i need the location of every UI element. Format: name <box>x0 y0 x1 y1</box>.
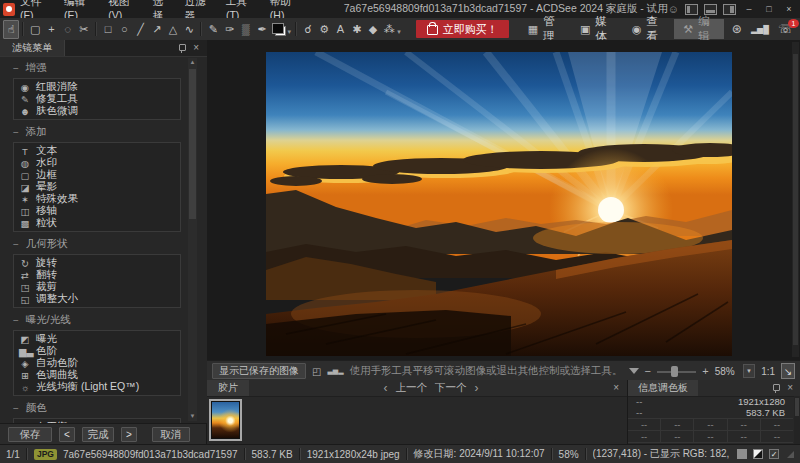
zoom-preset-dropdown[interactable]: ▼ <box>743 364 755 378</box>
scrollbar-thumb[interactable] <box>189 69 196 219</box>
zoom-out-icon[interactable]: − <box>645 365 651 377</box>
save-button[interactable]: 保存 <box>8 427 52 442</box>
dashboard-chart-icon[interactable]: ▂▅█ <box>751 25 769 34</box>
section-add[interactable]: − 添加 <box>13 125 207 139</box>
buy-now-button[interactable]: 立即购买！ <box>416 20 509 38</box>
checkmark-icon[interactable]: ✓ <box>769 449 779 459</box>
info-palette-tab[interactable]: 信息调色板 <box>628 380 698 396</box>
scroll-up-icon[interactable]: ▲ <box>188 58 197 67</box>
user-account-icon[interactable]: ☺ <box>668 4 679 15</box>
section-color[interactable]: − 颜色 <box>13 401 207 415</box>
ellipse-tool[interactable]: ○ <box>116 20 132 39</box>
section-enhance[interactable]: − 增强 <box>13 61 207 75</box>
filter-panel-scrollbar[interactable]: ▲ ▼ <box>188 58 197 421</box>
pen-tool[interactable]: ✑ <box>221 20 237 39</box>
close-filmstrip-icon[interactable]: × <box>613 383 627 393</box>
polygon-tool[interactable]: △ <box>165 20 181 39</box>
swatch-caret-icon[interactable]: ▾ <box>288 28 292 36</box>
filter-light-eq[interactable]: ☼光线均衡 (Light EQ™) <box>14 381 180 393</box>
maximize-button[interactable]: □ <box>762 2 776 16</box>
collapse-icon[interactable]: − <box>13 127 19 138</box>
canvas-scrollbar-thumb[interactable] <box>793 54 798 345</box>
notifications-icon[interactable]: ☏ 1 <box>778 23 793 35</box>
collapse-icon[interactable]: − <box>13 403 19 414</box>
contrast-swatch-icon[interactable] <box>753 449 763 459</box>
zoom-fit-caret-icon[interactable] <box>629 368 639 374</box>
close-button[interactable]: × <box>782 2 796 16</box>
tools-caret-icon[interactable]: ▾ <box>397 28 401 36</box>
filter-grain[interactable]: ▩粒状 <box>14 217 180 229</box>
cancel-button[interactable]: 取消 <box>152 427 190 442</box>
fill-tool[interactable]: ◆ <box>365 20 381 39</box>
filter-menu-tab[interactable]: 滤镜菜单 <box>0 40 65 56</box>
show-saved-image-button[interactable]: 显示已保存的图像 <box>212 363 306 379</box>
solid-swatch-icon[interactable] <box>737 449 747 459</box>
collapse-icon[interactable]: − <box>13 239 19 250</box>
text-tool[interactable]: A <box>332 20 348 39</box>
levels-icon: ▆▃ <box>19 346 31 357</box>
effects-icon: ✶ <box>19 194 31 205</box>
collapse-icon[interactable]: − <box>13 63 19 74</box>
zoom-slider[interactable] <box>657 366 696 377</box>
zoom-in-icon[interactable]: + <box>702 365 708 377</box>
rectangle-tool[interactable]: □ <box>100 20 116 39</box>
info-scrollbar-thumb[interactable] <box>795 398 799 416</box>
layout-split-right-icon[interactable] <box>723 4 736 15</box>
chevron-left-icon[interactable]: ‹ <box>384 381 388 395</box>
line-tool[interactable]: ╱ <box>132 20 148 39</box>
info-cell: -- <box>628 431 661 442</box>
collapse-icon[interactable]: − <box>13 315 19 326</box>
transform-tool[interactable]: + <box>43 20 59 39</box>
next-button[interactable]: 下一个 <box>435 381 467 395</box>
gradient-tool[interactable]: ▒ <box>238 20 254 39</box>
filter-resize[interactable]: ◱调整大小 <box>14 293 180 305</box>
done-button[interactable]: 完成 <box>82 427 114 442</box>
acdsee-365-icon[interactable]: ⊛ <box>732 23 742 35</box>
fullscreen-expand-icon[interactable]: ◰ <box>312 366 321 377</box>
resize-grip[interactable] <box>787 451 794 458</box>
next-image-button[interactable]: > <box>121 427 137 442</box>
scissors-tool[interactable]: ✂ <box>76 20 92 39</box>
pin-icon[interactable] <box>772 384 779 393</box>
pan-tool-button[interactable]: ↘ <box>781 363 795 379</box>
scroll-down-icon[interactable]: ▼ <box>188 412 197 421</box>
filmstrip-tab[interactable]: 胶片 <box>207 380 249 396</box>
settings-tool[interactable]: ⚙ <box>316 20 332 39</box>
brush-tool[interactable]: ✎ <box>205 20 221 39</box>
hand-tool[interactable]: ☝ <box>3 20 19 39</box>
arrow-tool[interactable]: ↗ <box>149 20 165 39</box>
marquee-tool[interactable]: ▢ <box>27 20 43 39</box>
effects-tool[interactable]: ✱ <box>349 20 365 39</box>
zoom-slider-knob[interactable] <box>671 366 678 377</box>
info-palette-scrollbar[interactable] <box>794 396 800 444</box>
tab-view[interactable]: ◉ 查看 <box>623 19 672 39</box>
close-info-palette-icon[interactable]: × <box>787 383 793 393</box>
close-panel-icon[interactable]: × <box>193 43 199 53</box>
shapes-tool[interactable]: ⁂ <box>381 20 397 39</box>
sunset-photo[interactable] <box>266 52 732 356</box>
lasso-tool[interactable]: ◌ <box>60 20 76 39</box>
eyedropper-tool[interactable]: ✒ <box>254 20 270 39</box>
canvas-scrollbar[interactable] <box>792 42 799 357</box>
color-swatch[interactable] <box>272 23 285 36</box>
chevron-right-icon[interactable]: › <box>475 381 479 395</box>
layout-split-bottom-icon[interactable] <box>704 4 717 15</box>
tab-media[interactable]: ▣ 媒体 <box>571 19 621 39</box>
layout-split-left-icon[interactable] <box>685 4 698 15</box>
previous-button[interactable]: 上一个 <box>396 381 428 395</box>
pin-icon[interactable] <box>178 44 185 53</box>
section-geometry[interactable]: − 几何形状 <box>13 237 207 251</box>
tab-manage[interactable]: ▦ 管理 <box>519 19 569 39</box>
image-canvas[interactable] <box>207 40 800 360</box>
magnifier-tool[interactable]: ☌ <box>300 20 316 39</box>
minimize-button[interactable]: – <box>742 2 756 16</box>
curve-tool[interactable]: ∿ <box>181 20 197 39</box>
actual-size-button[interactable]: 1:1 <box>761 366 775 377</box>
filter-skin-tune[interactable]: ☻肤色微调 <box>14 105 180 117</box>
histogram-icon[interactable]: ▃▅▂ <box>327 367 343 375</box>
app-logo-icon[interactable] <box>3 3 15 16</box>
tab-edit[interactable]: ⚒ 编辑 <box>674 19 724 39</box>
previous-image-button[interactable]: < <box>59 427 75 442</box>
section-exposure[interactable]: − 曝光/光线 <box>13 313 207 327</box>
filmstrip-thumbnail[interactable] <box>209 399 242 441</box>
